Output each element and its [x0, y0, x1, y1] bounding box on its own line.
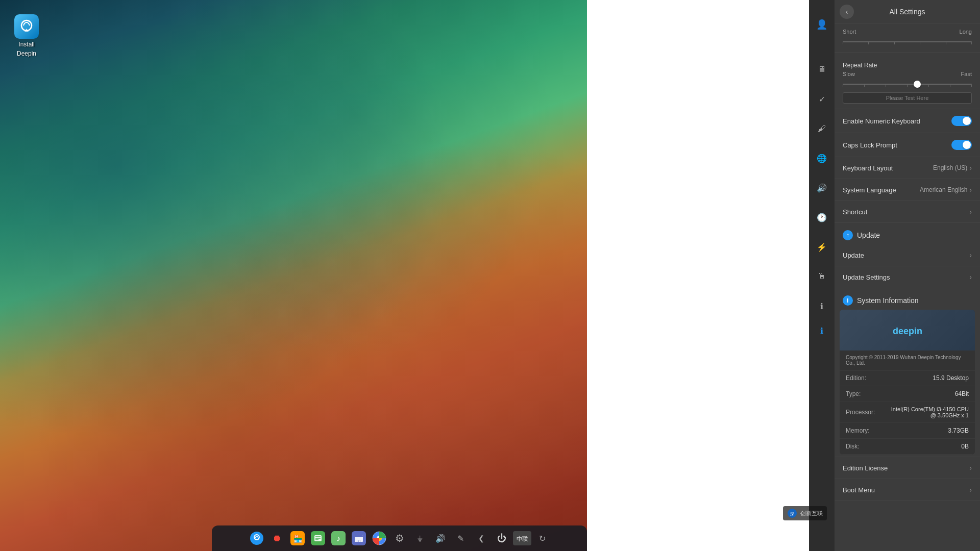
taskbar-pen-icon[interactable]: ✎ [452, 529, 470, 547]
system-language-label: System Language [843, 186, 896, 194]
type-key: Type: [846, 390, 861, 397]
taskbar-volume-icon[interactable]: 🔊 [431, 529, 450, 547]
taskbar: ⏺ 🏪 ♪ 31 ⚙ ⏚ 🔊 ✎ ❮ ⏻ 中联 ↻ [212, 525, 587, 551]
taskbar-ime-icon[interactable]: 中联 [513, 529, 531, 547]
watermark-logo-icon: 深 [787, 508, 797, 518]
install-deepin-label-line1: Install [18, 41, 34, 48]
svg-point-2 [250, 532, 263, 545]
delay-slider[interactable] [843, 37, 972, 47]
svg-text:中联: 中联 [517, 536, 528, 542]
keyboard-layout-chevron: › [969, 164, 972, 172]
taskbar-settings-icon[interactable]: ⚙ [390, 529, 409, 547]
sidebar-info-icon-active[interactable]: ℹ [813, 321, 831, 340]
install-deepin-desktop-icon[interactable]: Install Deepin [10, 10, 43, 61]
delay-long-label: Long [960, 29, 972, 35]
sysinfo-section-title: System Information [857, 296, 919, 305]
taskbar-notes-icon[interactable] [309, 529, 327, 547]
boot-menu-chevron: › [969, 486, 972, 494]
sidebar-personalize-icon[interactable]: 🖌 [813, 119, 831, 138]
update-settings-chevron: › [969, 273, 972, 281]
repeat-rate-section: Repeat Rate Slow Fast [835, 53, 980, 109]
sysinfo-logo-area: deepin [840, 310, 975, 350]
update-section-icon: ↑ [843, 230, 853, 240]
enable-numeric-keyboard-row: Enable Numeric Keyboard [835, 109, 980, 133]
shortcut-chevron: › [969, 208, 972, 216]
edition-license-chevron: › [969, 464, 972, 472]
update-row[interactable]: Update › [835, 244, 980, 266]
settings-content[interactable]: Short Long Repeat Rate [835, 23, 980, 551]
update-right: › [969, 251, 972, 259]
sidebar-sound-icon[interactable]: 🔊 [813, 179, 831, 197]
update-settings-label: Update Settings [843, 273, 890, 281]
memory-key: Memory: [846, 427, 870, 434]
edition-license-row[interactable]: Edition License › [835, 457, 980, 479]
taskbar-calendar-icon[interactable]: 31 [350, 529, 368, 547]
watermark-brand-text: 创新互联 [800, 510, 823, 517]
desktop-background: Install Deepin [0, 0, 587, 551]
boot-menu-label: Boot Menu [843, 486, 875, 494]
system-language-row[interactable]: System Language American English › [835, 179, 980, 201]
memory-value: 3.73GB [948, 427, 969, 434]
copyright-text: Copyright © 2011-2019 Wuhan Deepin Techn… [846, 355, 961, 366]
sidebar-default-apps-icon[interactable]: ✓ [813, 90, 831, 108]
taskbar-back-nav-icon[interactable]: ❮ [472, 529, 491, 547]
update-label: Update [843, 252, 864, 259]
sidebar-display-icon[interactable]: 🖥 [813, 60, 831, 79]
update-chevron: › [969, 251, 972, 259]
taskbar-appstore-icon[interactable]: 🏪 [288, 529, 307, 547]
enable-numeric-keyboard-label: Enable Numeric Keyboard [843, 117, 920, 125]
repeat-rate-label: Repeat Rate [843, 62, 972, 69]
update-settings-right: › [969, 273, 972, 281]
sidebar-power-icon[interactable]: ⚡ [813, 238, 831, 256]
install-deepin-logo [14, 14, 39, 39]
system-language-chevron: › [969, 186, 972, 194]
delay-short-label: Short [843, 29, 856, 35]
sidebar-account-icon[interactable]: 👤 [813, 15, 831, 34]
edition-value: 15.9 Desktop [933, 374, 969, 382]
enable-numeric-keyboard-toggle[interactable] [951, 116, 972, 126]
svg-text:🏪: 🏪 [293, 535, 302, 543]
test-here-input[interactable]: Please Test Here [843, 92, 972, 104]
sidebar-mouse-icon[interactable]: 🖱 [813, 267, 831, 286]
fast-label: Fast [961, 71, 972, 77]
toggle-knob-capslock [963, 141, 971, 149]
taskbar-deepin-icon[interactable] [248, 529, 266, 547]
sidebar-network-icon[interactable]: 🌐 [813, 149, 831, 167]
shortcut-row[interactable]: Shortcut › [835, 201, 980, 223]
sidebar-icons-strip: 👤 🖥 ✓ 🖌 🌐 🔊 🕐 ⚡ 🖱 ℹ ℹ [809, 0, 835, 551]
processor-value: Intel(R) Core(TM) i3-4150 CPU @ 3.50GHz … [887, 406, 969, 418]
taskbar-update-icon[interactable]: ↻ [533, 529, 552, 547]
caps-lock-prompt-toggle[interactable] [951, 140, 972, 150]
delay-slider-section: Short Long [835, 23, 980, 53]
system-language-right: American English › [920, 186, 972, 194]
sidebar-datetime-icon[interactable]: 🕐 [813, 208, 831, 227]
svg-rect-0 [14, 14, 39, 39]
svg-text:31: 31 [356, 539, 361, 543]
settings-title: All Settings [889, 8, 925, 16]
boot-menu-row[interactable]: Boot Menu › [835, 479, 980, 501]
taskbar-music-icon[interactable]: ♪ [329, 529, 348, 547]
svg-text:deepin: deepin [892, 326, 922, 336]
update-section-title: Update [857, 231, 880, 239]
taskbar-power-icon[interactable]: ⏻ [493, 529, 511, 547]
repeat-rate-slider[interactable] [843, 79, 972, 89]
taskbar-record-icon[interactable]: ⏺ [268, 529, 286, 547]
desktop-wallpaper [0, 0, 587, 551]
sysinfo-type-row: Type: 64Bit [840, 386, 975, 402]
taskbar-usb-icon[interactable]: ⏚ [411, 529, 429, 547]
shortcut-right: › [969, 208, 972, 216]
back-button[interactable]: ‹ [840, 5, 854, 19]
install-deepin-label-line2: Deepin [17, 50, 36, 57]
taskbar-browser-icon[interactable] [370, 529, 388, 547]
update-settings-row[interactable]: Update Settings › [835, 266, 980, 288]
sidebar-info-icon-1[interactable]: ℹ [813, 297, 831, 315]
sysinfo-edition-row: Edition: 15.9 Desktop [840, 370, 975, 386]
update-section-header: ↑ Update [835, 223, 980, 244]
svg-rect-15 [355, 535, 363, 537]
keyboard-layout-row[interactable]: Keyboard Layout English (US) › [835, 157, 980, 179]
svg-text:♪: ♪ [336, 534, 340, 543]
keyboard-layout-label: Keyboard Layout [843, 164, 893, 172]
processor-key: Processor: [846, 409, 875, 416]
caps-lock-prompt-row: Caps Lock Prompt [835, 133, 980, 157]
settings-header: ‹ All Settings [835, 0, 980, 23]
